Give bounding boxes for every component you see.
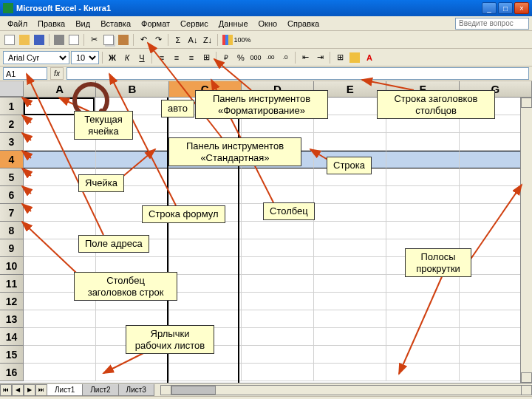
open-icon[interactable]	[18, 33, 31, 47]
undo-icon[interactable]: ↶	[137, 33, 150, 47]
cell[interactable]	[169, 239, 242, 257]
horizontal-scrollbar[interactable]	[160, 385, 532, 395]
percent-icon[interactable]: %	[234, 51, 248, 64]
fill-color-icon[interactable]	[348, 51, 361, 64]
menu-tools[interactable]: Сервис	[176, 18, 213, 30]
row-header-4[interactable]: 4	[0, 151, 24, 168]
cell[interactable]	[314, 293, 386, 310]
row-header-2[interactable]: 2	[0, 115, 24, 133]
align-right-icon[interactable]: ≡	[185, 51, 198, 64]
tab-prev-button[interactable]: ◀	[12, 384, 24, 396]
cell[interactable]	[96, 364, 168, 381]
cell[interactable]	[169, 168, 242, 186]
cell[interactable]	[169, 186, 242, 204]
sheet-tab-2[interactable]: Лист2	[82, 384, 118, 396]
cell[interactable]	[386, 310, 459, 328]
save-icon[interactable]	[33, 33, 46, 47]
cell[interactable]	[386, 133, 459, 151]
cell[interactable]	[314, 275, 386, 293]
row-header-6[interactable]: 6	[0, 186, 24, 204]
copy-icon[interactable]	[102, 33, 115, 47]
cell[interactable]	[96, 151, 168, 168]
sheet-tab-1[interactable]: Лист1	[47, 384, 83, 396]
cell[interactable]	[242, 257, 314, 275]
cell[interactable]	[242, 186, 314, 204]
cell[interactable]	[24, 364, 96, 381]
cell[interactable]	[169, 364, 242, 381]
borders-icon[interactable]: ⊞	[333, 51, 347, 64]
cell[interactable]	[314, 346, 386, 364]
row-header-10[interactable]: 10	[0, 257, 24, 275]
inc-decimal-icon[interactable]: .00	[264, 51, 277, 64]
row-header-15[interactable]: 15	[0, 346, 24, 364]
row-header-16[interactable]: 16	[0, 364, 24, 381]
minimize-button[interactable]: _	[482, 2, 497, 14]
font-color-icon[interactable]: A	[363, 51, 376, 64]
cell[interactable]	[386, 275, 459, 293]
cell[interactable]	[314, 186, 386, 204]
cell[interactable]	[24, 151, 96, 168]
sum-icon[interactable]: Σ	[171, 33, 185, 47]
cell[interactable]	[24, 310, 96, 328]
cell[interactable]	[242, 222, 314, 239]
preview-icon[interactable]	[67, 33, 81, 47]
sort-asc-icon[interactable]: A↓	[186, 33, 200, 47]
cell[interactable]	[314, 364, 386, 381]
font-select[interactable]: Arial Cyr	[3, 51, 69, 64]
menu-data[interactable]: Данные	[214, 18, 253, 30]
cut-icon[interactable]: ✂	[87, 33, 100, 47]
maximize-button[interactable]: □	[498, 2, 513, 14]
menu-file[interactable]: Файл	[3, 18, 32, 30]
cell[interactable]	[242, 168, 314, 186]
menu-view[interactable]: Вид	[71, 18, 95, 30]
scroll-down-button[interactable]	[521, 372, 532, 383]
cell[interactable]	[314, 222, 386, 239]
inc-indent-icon[interactable]: ⇥	[313, 51, 327, 64]
cell[interactable]	[24, 346, 96, 364]
cell[interactable]	[169, 275, 242, 293]
cell[interactable]	[386, 222, 459, 239]
cell[interactable]	[314, 257, 386, 275]
comma-icon[interactable]: 000	[249, 51, 262, 64]
cell[interactable]	[242, 328, 314, 346]
row-header-11[interactable]: 11	[0, 275, 24, 293]
cell[interactable]	[386, 346, 459, 364]
row-header-9[interactable]: 9	[0, 239, 24, 257]
row-header-12[interactable]: 12	[0, 293, 24, 310]
cell[interactable]	[242, 364, 314, 381]
dec-indent-icon[interactable]: ⇤	[299, 51, 312, 64]
zoom-icon[interactable]: 100%	[236, 33, 249, 47]
sort-desc-icon[interactable]: Z↓	[201, 33, 214, 47]
cell[interactable]	[386, 293, 459, 310]
bold-button[interactable]: Ж	[106, 51, 119, 64]
cell[interactable]	[169, 257, 242, 275]
row-header-13[interactable]: 13	[0, 310, 24, 328]
row-header-1[interactable]: 1	[0, 98, 24, 115]
align-center-icon[interactable]: ≡	[170, 51, 183, 64]
help-search-input[interactable]	[455, 18, 529, 30]
new-icon[interactable]	[3, 33, 16, 47]
tab-first-button[interactable]: ⏮	[0, 384, 12, 396]
align-left-icon[interactable]: ≡	[155, 51, 168, 64]
hscroll-thumb[interactable]	[171, 386, 216, 395]
cell[interactable]	[169, 222, 242, 239]
row-header-8[interactable]: 8	[0, 222, 24, 239]
cell[interactable]	[386, 204, 459, 222]
currency-icon[interactable]: ₽	[219, 51, 233, 64]
menu-window[interactable]: Окно	[254, 18, 282, 30]
cell[interactable]	[242, 293, 314, 310]
merge-icon[interactable]: ⊞	[200, 51, 213, 64]
vertical-scrollbar[interactable]	[520, 98, 532, 383]
tab-last-button[interactable]: ⏭	[35, 384, 47, 396]
row-header-14[interactable]: 14	[0, 328, 24, 346]
cell[interactable]	[242, 310, 314, 328]
cell[interactable]	[386, 328, 459, 346]
cell[interactable]	[314, 328, 386, 346]
redo-icon[interactable]: ↷	[151, 33, 165, 47]
fx-button[interactable]: fx	[50, 67, 64, 80]
menu-insert[interactable]: Вставка	[96, 18, 135, 30]
cell[interactable]	[386, 168, 459, 186]
cell[interactable]	[314, 204, 386, 222]
cell[interactable]	[24, 204, 96, 222]
cell[interactable]	[386, 364, 459, 381]
